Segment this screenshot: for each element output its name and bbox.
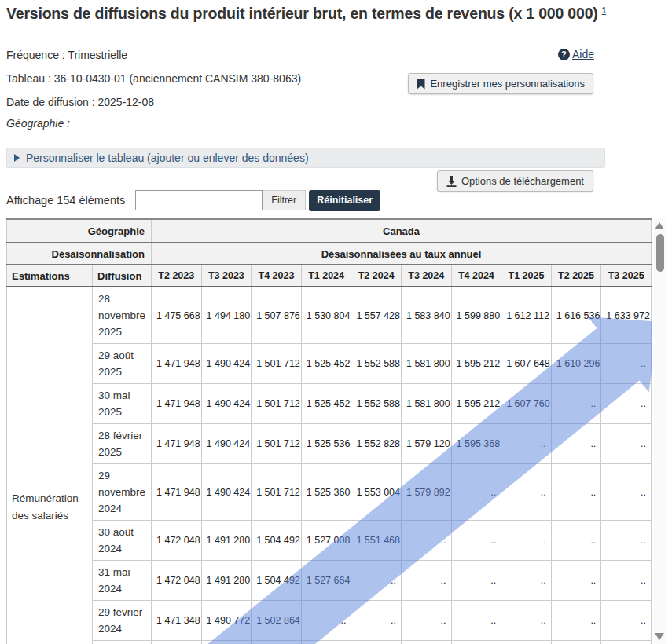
save-customizations-button[interactable]: Enregistrer mes personnalisations (408, 73, 593, 94)
quarter-header: T3 2023 (201, 265, 252, 287)
value-cell: .. (501, 601, 552, 641)
diffusion-date-cell: 30 novembre 2023 (93, 641, 152, 644)
value-cell: .. (501, 424, 552, 464)
value-cell: .. (601, 561, 652, 601)
value-cell: 1 616 536 (551, 287, 601, 344)
release-date-text: Date de diffusion : 2025-12-08 (6, 96, 154, 108)
download-options-label: Options de téléchargement (461, 175, 584, 187)
value-cell: 1 525 452 (301, 384, 351, 424)
table-row: 30 août 20241 472 0481 491 2801 504 4921… (7, 521, 652, 561)
table-row: 29 août 20251 471 9481 490 4241 501 7121… (7, 344, 652, 384)
value-cell: .. (351, 601, 402, 641)
scrollbar-thumb[interactable] (656, 234, 664, 272)
value-cell: 1 491 280 (201, 561, 252, 601)
estimate-label-cell: Rémunération des salariés (7, 287, 93, 644)
value-cell: .. (252, 641, 302, 644)
quarter-header: T1 2025 (501, 265, 552, 287)
table-row: 31 mai 20241 472 0481 491 2801 504 4921 … (7, 561, 652, 601)
display-count-text: Affichage 154 éléments (6, 194, 125, 207)
data-table-container: Géographie Canada Désaisonnalisation Dés… (6, 218, 652, 644)
value-cell: 1 552 828 (351, 424, 402, 464)
seasonal-header-label: Désaisonnalisation (7, 243, 152, 265)
geography-header-label: Géographie (7, 219, 152, 243)
table-row: Rémunération des salariés28 novembre 202… (7, 287, 652, 344)
value-cell: 1 507 876 (252, 287, 302, 344)
value-cell: 1 595 212 (451, 384, 501, 424)
value-cell: .. (601, 424, 652, 464)
customize-table-toggle[interactable]: Personnaliser le tableau (ajouter ou enl… (6, 148, 605, 168)
table-row: 29 février 20241 471 3481 490 7721 502 8… (7, 601, 652, 641)
table-row: 28 février 20251 471 9481 490 4241 501 7… (7, 424, 652, 464)
value-cell: 1 579 892 (401, 464, 451, 521)
footnote-link[interactable]: 1 (602, 6, 606, 15)
seasonal-header-row: Désaisonnalisation Désaisonnalisées au t… (7, 243, 652, 265)
value-cell: 1 552 588 (351, 344, 402, 384)
value-cell: .. (501, 641, 552, 644)
frequency-text: Fréquence : Trimestrielle (6, 49, 127, 61)
value-cell: 1 471 348 (152, 601, 202, 641)
diffusion-date-cell: 28 novembre 2025 (93, 287, 152, 344)
expand-arrow-icon (14, 154, 20, 162)
value-cell: 1 494 180 (201, 287, 252, 344)
value-cell: .. (401, 521, 451, 561)
filter-row: Affichage 154 éléments Filtrer Réinitial… (6, 189, 380, 211)
save-customizations-label: Enregistrer mes personnalisations (430, 78, 585, 90)
value-cell: 1 551 468 (351, 521, 402, 561)
diffusion-date-cell: 30 août 2024 (93, 521, 152, 561)
value-cell: 1 583 840 (401, 287, 451, 344)
value-cell: 1 475 668 (152, 287, 202, 344)
quarter-header: T1 2024 (301, 265, 351, 287)
value-cell: 1 610 296 (551, 344, 601, 384)
data-table: Géographie Canada Désaisonnalisation Dés… (6, 218, 652, 644)
value-cell: 1 612 112 (501, 287, 552, 344)
customize-table-label: Personnaliser le tableau (ajouter ou enl… (26, 152, 309, 164)
diffusion-date-cell: 29 août 2025 (93, 344, 152, 384)
value-cell: .. (301, 641, 351, 644)
help-link[interactable]: Aide (558, 48, 594, 60)
reset-button[interactable]: Réinitialiser (309, 190, 380, 211)
filter-button[interactable]: Filtrer (263, 190, 306, 210)
value-cell: .. (451, 641, 501, 644)
scroll-up-icon[interactable] (655, 222, 664, 229)
value-cell: 1 502 864 (252, 601, 302, 641)
help-question-icon (558, 49, 570, 60)
value-cell: .. (451, 601, 501, 641)
quarter-header: T2 2023 (152, 265, 202, 287)
release-versions-page: Versions de diffusions du produit intéri… (0, 0, 672, 644)
value-cell: 1 490 476 (201, 641, 252, 644)
value-cell: 1 501 712 (252, 384, 302, 424)
value-cell: 1 490 424 (201, 344, 252, 384)
value-cell: 1 607 760 (501, 384, 552, 424)
value-cell: .. (601, 384, 652, 424)
value-cell: .. (301, 601, 351, 641)
download-icon (446, 176, 457, 187)
value-cell: .. (401, 641, 451, 644)
value-cell: .. (551, 464, 601, 521)
geography-header-value: Canada (152, 219, 652, 243)
value-cell: 1 599 880 (451, 287, 501, 344)
value-cell: .. (551, 641, 601, 644)
value-cell: .. (601, 344, 652, 384)
value-cell: 1 552 588 (351, 384, 402, 424)
diffusion-date-cell: 31 mai 2024 (93, 561, 152, 601)
diffusion-column-header: Diffusion (93, 265, 152, 287)
filter-input[interactable] (135, 190, 263, 210)
value-cell: 1 525 360 (301, 464, 351, 521)
value-cell: .. (351, 641, 402, 644)
value-cell: 1 607 648 (501, 344, 552, 384)
value-cell: 1 471 948 (152, 464, 202, 521)
scroll-down-icon[interactable] (655, 633, 664, 640)
value-cell: 1 504 492 (252, 561, 302, 601)
value-cell: 1 553 004 (351, 464, 402, 521)
diffusion-date-cell: 30 mai 2025 (93, 384, 152, 424)
value-cell: 1 595 212 (451, 344, 501, 384)
value-cell: .. (351, 561, 402, 601)
value-cell: .. (501, 464, 552, 521)
column-header-row: Estimations Diffusion T2 2023T3 2023T4 2… (7, 265, 652, 287)
value-cell: .. (501, 521, 552, 561)
value-cell: 1 470 848 (152, 641, 202, 644)
value-cell: 1 472 048 (152, 561, 202, 601)
help-link-label: Aide (572, 48, 594, 60)
vertical-scrollbar[interactable] (654, 218, 666, 644)
download-options-button[interactable]: Options de téléchargement (437, 170, 593, 192)
